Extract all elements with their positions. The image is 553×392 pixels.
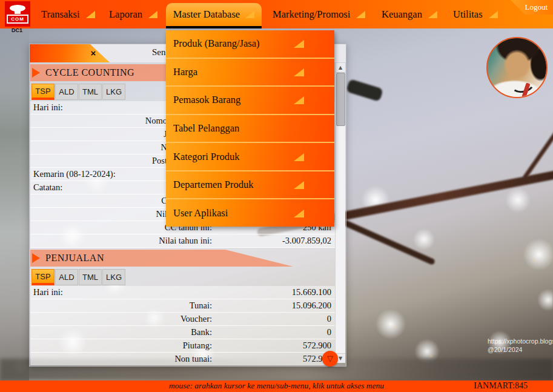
menu-laporan[interactable]: Laporan (109, 0, 157, 28)
row-value: 15.669.100 (63, 287, 335, 297)
menu-item-tabel-pelanggan[interactable]: Tabel Pelanggan (166, 114, 334, 142)
watermark-date: @20/1/2024 (488, 345, 553, 354)
submenu-triangle-icon (294, 68, 304, 76)
section-arrow-icon (32, 68, 40, 78)
row-label: Tunai: (30, 301, 212, 311)
menu-keuangan[interactable]: Keuangan (382, 0, 437, 28)
penjualan-rows: Hari ini: 15.669.100 Tunai: 15.096.200 V… (30, 286, 335, 365)
row-label: Hari ini: (30, 287, 63, 297)
tab-tsp[interactable]: TSP (31, 84, 55, 100)
menu-label: Keuangan (382, 8, 422, 21)
row-value: 572.900 (212, 354, 335, 364)
menu-label: Transaksi (41, 8, 80, 21)
penjualan-tabs: TSP ALD TML LKG (30, 269, 335, 285)
row-value: 15.096.200 (212, 301, 335, 311)
menu-label: Utilitas (453, 8, 483, 21)
menu-item-label: Tabel Pelanggan (173, 122, 239, 135)
menu-triangle-icon (148, 11, 157, 18)
menu-item-label: Produk (Barang/Jasa) (173, 38, 260, 50)
app-logo: COM (5, 1, 30, 27)
store-code-badge: DC1 (12, 27, 22, 33)
menu-triangle-icon (489, 11, 498, 18)
table-row: Tunai: 15.096.200 (30, 299, 335, 313)
avatar (486, 37, 548, 98)
section-arrow-icon (32, 253, 40, 263)
menu-item-kategori-produk[interactable]: Kategori Produk (166, 142, 334, 170)
table-row: Non tunai: 572.900 (30, 353, 335, 365)
wallpaper-left-strip (0, 28, 29, 380)
row-label: Bank: (30, 327, 212, 337)
menu-marketing-promosi[interactable]: Marketing/Promosi (273, 0, 365, 28)
menu-label: Laporan (109, 8, 142, 21)
panel-scrollbar[interactable]: ▲ ▼ (335, 63, 345, 363)
row-label: N (30, 142, 167, 153)
row-label: Nil (30, 209, 167, 219)
menu-item-user-aplikasi[interactable]: User Aplikasi (166, 198, 334, 227)
watermark-url: https://xphotocrop.blogspo (488, 337, 553, 345)
tab-lkg[interactable]: LKG (102, 84, 125, 100)
logo-stem-shape (15, 10, 21, 14)
row-value: 0 (212, 314, 335, 324)
master-database-dropdown: Produk (Barang/Jasa) Harga Pemasok Baran… (166, 30, 334, 227)
row-label: J (30, 129, 167, 139)
tab-ald[interactable]: ALD (55, 84, 78, 100)
row-label: Hari ini: (30, 102, 63, 113)
close-icon[interactable]: × (87, 47, 99, 59)
photo-watermark: https://xphotocrop.blogspo @20/1/2024 (488, 337, 553, 354)
tab-tml[interactable]: TML (79, 269, 102, 285)
row-label: Nilai tahun ini: (30, 236, 212, 246)
menu-item-produk[interactable]: Produk (Barang/Jasa) (166, 30, 334, 58)
menu-item-departemen-produk[interactable]: Departemen Produk (166, 170, 334, 199)
menu-item-label: Pemasok Barang (173, 94, 240, 106)
row-value: 0 (212, 327, 335, 337)
submenu-triangle-icon (294, 210, 304, 218)
tab-tml[interactable]: TML (79, 84, 102, 100)
menu-label: Marketing/Promosi (273, 8, 350, 21)
submenu-triangle-icon (294, 181, 304, 189)
menu-item-harga[interactable]: Harga (166, 58, 334, 86)
menu-item-label: User Aplikasi (173, 207, 228, 219)
menu-transaksi[interactable]: Transaksi (41, 0, 95, 28)
table-row: Nilai tahun ini: -3.007.859,02 (30, 234, 335, 248)
submenu-triangle-icon (294, 40, 304, 48)
row-label: Non tunai: (30, 354, 212, 364)
scroll-up-icon[interactable]: ▲ (336, 63, 345, 73)
application-window: https://xphotocrop.blogspo @20/1/2024 × … (0, 0, 553, 392)
menu-item-label: Harga (173, 66, 197, 78)
submenu-triangle-icon (294, 153, 304, 161)
tab-ald[interactable]: ALD (55, 269, 78, 285)
row-label: Kemarin (08-12-2024): (30, 169, 116, 179)
tab-tsp[interactable]: TSP (31, 269, 55, 285)
tab-lkg[interactable]: LKG (102, 269, 125, 285)
row-value: -3.007.859,02 (212, 236, 335, 246)
table-row: Voucher: 0 (30, 313, 335, 326)
menu-master-database-active[interactable]: Master Database (166, 3, 262, 28)
menu-utilitas[interactable]: Utilitas (453, 0, 498, 28)
menu-triangle-icon (86, 11, 95, 18)
section-title: PENJUALAN (45, 253, 104, 264)
table-row: Hari ini: 15.669.100 (30, 286, 335, 299)
row-label: Catatan: (30, 182, 62, 193)
expand-more-button[interactable]: ▽ (322, 351, 338, 367)
titlebar-text: Sen (152, 47, 166, 58)
section-title: CYCLE COUNTING (45, 67, 134, 78)
submenu-triangle-icon (294, 96, 304, 104)
scrollbar-thumb[interactable] (336, 73, 345, 126)
logo-text: COM (7, 15, 28, 24)
row-label: Piutang: (30, 341, 212, 351)
menu-item-label: Kategori Produk (173, 151, 240, 163)
row-label: Post (30, 156, 167, 166)
row-label: C (30, 196, 167, 206)
status-hint: mouse: arahkan kursor ke menu/sub-menu, … (0, 381, 553, 391)
menu-triangle-icon (356, 11, 365, 18)
menu-item-pemasok-barang[interactable]: Pemasok Barang (166, 85, 334, 114)
status-bar: mouse: arahkan kursor ke menu/sub-menu, … (0, 380, 553, 392)
menu-triangle-icon (428, 11, 437, 18)
headset-mic-shape (508, 70, 536, 95)
top-menubar: COM DC1 Transaksi Laporan Master Databas… (0, 0, 553, 28)
row-value: 572.900 (212, 341, 335, 351)
row-label: Voucher: (30, 314, 212, 324)
section-header-penjualan: PENJUALAN (30, 250, 293, 267)
terminal-id: IANMART:845 (474, 381, 528, 391)
menu-triangle-icon (245, 11, 254, 18)
